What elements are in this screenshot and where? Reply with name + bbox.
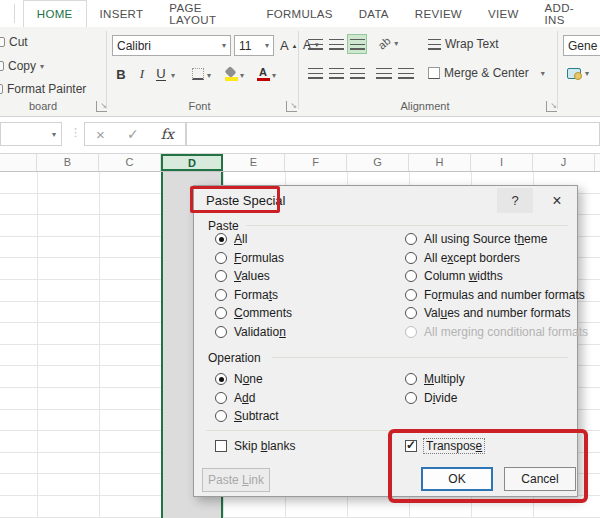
fill-color-button[interactable]	[222, 64, 240, 84]
align-center-button[interactable]	[326, 63, 346, 83]
cut-button[interactable]: Cut	[0, 35, 28, 49]
borders-icon	[192, 68, 204, 80]
column-header-d-selected[interactable]: D	[161, 154, 223, 171]
operation-section-label: Operation	[208, 351, 261, 365]
tab-formulas[interactable]: FORMULAS	[253, 0, 345, 27]
tab-home[interactable]: HOME	[23, 0, 87, 27]
radio-multiply[interactable]: Multiply	[405, 372, 465, 386]
column-header-i[interactable]: I	[471, 154, 533, 171]
name-box[interactable]: ▾	[0, 122, 62, 146]
chevron-down-icon: ▾	[394, 39, 398, 48]
radio-comments[interactable]: Comments	[215, 306, 292, 320]
column-header-g[interactable]: G	[347, 154, 409, 171]
increase-indent-button[interactable]	[396, 63, 416, 83]
help-button[interactable]: ?	[497, 188, 533, 213]
radio-icon	[405, 373, 417, 385]
radio-icon	[215, 252, 227, 264]
tab-review[interactable]: REVIEW	[402, 0, 475, 27]
italic-button[interactable]: I	[133, 64, 151, 84]
formula-input[interactable]	[186, 122, 600, 146]
radio-all-using-source-theme[interactable]: All using Source theme	[405, 232, 547, 246]
merge-center-button[interactable]: Merge & Center ▾	[428, 66, 545, 80]
radio-icon	[215, 289, 227, 301]
font-dialog-launcher-icon[interactable]: ↘	[286, 101, 297, 112]
radio-icon	[215, 373, 227, 385]
chevron-down-icon[interactable]: ▾	[272, 71, 276, 80]
column-header-row: B C D E F G H I J	[0, 154, 600, 172]
underline-button[interactable]: U	[152, 64, 170, 84]
wrap-text-icon	[428, 39, 441, 50]
radio-icon	[215, 326, 227, 338]
radio-formulas[interactable]: Formulas	[215, 251, 284, 265]
close-icon[interactable]: ×	[542, 188, 572, 213]
tab-page-layout[interactable]: PAGE LAYOUT	[156, 0, 253, 27]
tab-data[interactable]: DATA	[346, 0, 402, 27]
formula-bar-divider: ⋮	[70, 126, 81, 139]
format-painter-icon	[0, 84, 3, 94]
paste-section-label: Paste	[208, 219, 239, 233]
font-color-button[interactable]: A	[254, 64, 272, 84]
column-header-j[interactable]: J	[533, 154, 595, 171]
align-bottom-button[interactable]	[347, 34, 367, 54]
align-middle-button[interactable]	[326, 34, 346, 54]
checkbox-icon	[215, 440, 227, 452]
insert-function-icon[interactable]: fx	[161, 126, 174, 142]
font-name-combobox[interactable]: Calibri ▾	[112, 35, 231, 56]
font-size-combobox[interactable]: 11 ▾	[234, 35, 274, 56]
radio-icon	[215, 410, 227, 422]
copy-button[interactable]: Copy ▾	[0, 59, 44, 73]
chevron-down-icon[interactable]: ▾	[207, 71, 211, 80]
radio-icon	[215, 307, 227, 319]
tab-add-ins[interactable]: ADD-INS	[532, 0, 600, 27]
column-header-c[interactable]: C	[99, 154, 161, 171]
chevron-down-icon[interactable]: ▾	[171, 71, 175, 80]
format-painter-button[interactable]: Format Painter	[0, 82, 86, 96]
decrease-indent-button[interactable]	[374, 63, 394, 83]
accounting-format-button[interactable]: ▾	[567, 68, 589, 79]
enter-entry-icon[interactable]: ✓	[127, 126, 139, 142]
align-left-button[interactable]	[305, 63, 325, 83]
tab-view[interactable]: VIEW	[475, 0, 532, 27]
wrap-text-button[interactable]: Wrap Text	[428, 37, 499, 51]
alignment-dialog-launcher-icon[interactable]: ↘	[546, 101, 557, 112]
radio-icon	[405, 233, 417, 245]
radio-all[interactable]: All	[215, 232, 247, 246]
radio-values[interactable]: Values	[215, 269, 270, 283]
alignment-group-label: Alignment	[300, 100, 550, 112]
skip-blanks-checkbox[interactable]: Skip blanks	[215, 439, 295, 453]
radio-column-widths[interactable]: Column widths	[405, 269, 503, 283]
align-center-icon	[329, 68, 344, 79]
column-header-e[interactable]: E	[223, 154, 285, 171]
column-header-partial	[0, 154, 37, 171]
radio-none[interactable]: None	[215, 372, 263, 386]
chevron-down-icon[interactable]: ▾	[240, 71, 244, 80]
radio-formats[interactable]: Formats	[215, 288, 278, 302]
radio-validation[interactable]: Validation	[215, 325, 286, 339]
orientation-button[interactable]: ab ▾	[378, 37, 398, 49]
increase-indent-icon	[398, 68, 414, 79]
column-header-f[interactable]: F	[285, 154, 347, 171]
bold-button[interactable]: B	[112, 64, 130, 84]
radio-add[interactable]: Add	[215, 391, 255, 405]
radio-divide[interactable]: Divide	[405, 391, 457, 405]
radio-all-except-borders[interactable]: All except borders	[405, 251, 520, 265]
excel-window: HOME INSERT PAGE LAYOUT FORMULAS DATA RE…	[0, 0, 600, 518]
tab-insert[interactable]: INSERT	[87, 0, 157, 27]
chevron-down-icon: ▾	[222, 41, 226, 50]
accounting-format-icon	[567, 68, 581, 79]
align-top-button[interactable]	[305, 34, 325, 54]
number-format-combobox[interactable]: Gene	[563, 35, 600, 56]
align-right-button[interactable]	[347, 63, 367, 83]
grow-font-button[interactable]: A▴	[280, 38, 296, 53]
annotation-box-title	[190, 186, 280, 213]
radio-formulas-number-formats[interactable]: Formulas and number formats	[405, 288, 585, 302]
borders-button[interactable]	[189, 64, 207, 84]
align-top-icon	[308, 39, 323, 50]
decrease-indent-icon	[376, 68, 392, 79]
cancel-entry-icon[interactable]: ×	[96, 126, 105, 143]
radio-values-number-formats[interactable]: Values and number formats	[405, 306, 571, 320]
column-header-h[interactable]: H	[409, 154, 471, 171]
radio-subtract[interactable]: Subtract	[215, 409, 279, 423]
clipboard-group-label: board	[8, 100, 78, 112]
column-header-b[interactable]: B	[37, 154, 99, 171]
